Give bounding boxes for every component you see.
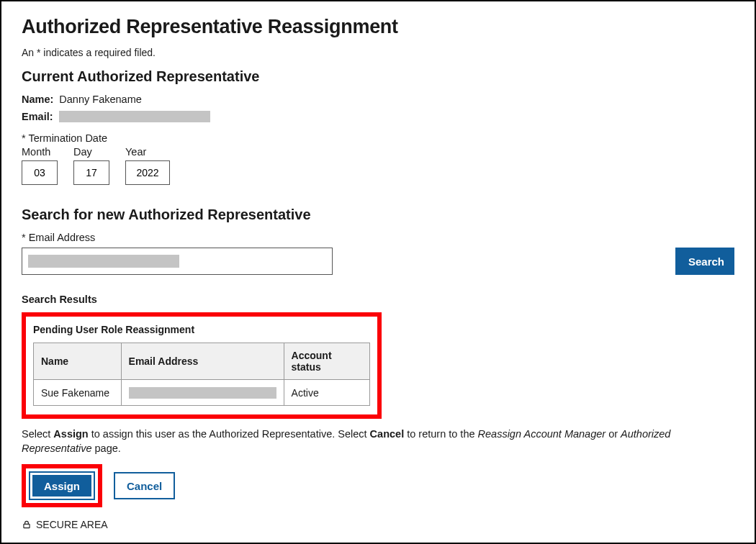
- assign-highlight: Assign: [22, 464, 102, 507]
- cell-status: Active: [284, 380, 369, 406]
- pending-panel-title: Pending User Role Reassignment: [33, 324, 370, 335]
- month-input[interactable]: [22, 160, 58, 185]
- col-status: Account status: [284, 343, 369, 380]
- cancel-button[interactable]: Cancel: [114, 472, 175, 499]
- secure-area-footer: SECURE AREA: [22, 519, 734, 530]
- current-email-row: Email:: [22, 111, 734, 122]
- month-header: Month: [22, 146, 58, 158]
- email-address-label: * Email Address: [22, 232, 734, 243]
- page-frame: Authorized Representative Reassignment A…: [0, 0, 756, 544]
- search-results-heading: Search Results: [22, 294, 734, 305]
- search-button[interactable]: Search: [675, 248, 734, 275]
- results-table: Name Email Address Account status Sue Fa…: [33, 343, 370, 406]
- cell-name: Sue Fakename: [34, 380, 122, 406]
- col-email: Email Address: [121, 343, 284, 380]
- termination-date-group: Month Day Year: [22, 146, 734, 185]
- svg-rect-0: [24, 525, 30, 528]
- instructions-text: Select Assign to assign this user as the…: [22, 427, 734, 455]
- name-value: Danny Fakename: [59, 94, 141, 105]
- email-redacted: [59, 111, 210, 122]
- day-header: Day: [73, 146, 109, 158]
- email-input-redacted: [28, 255, 179, 268]
- lock-icon: [22, 520, 32, 530]
- name-label: Name:: [22, 94, 53, 105]
- col-name: Name: [34, 343, 122, 380]
- secure-area-label: SECURE AREA: [36, 519, 108, 530]
- year-header: Year: [125, 146, 170, 158]
- cell-email: [121, 380, 284, 406]
- action-buttons: Assign Cancel: [22, 464, 734, 507]
- cell-email-redacted: [129, 387, 276, 399]
- assign-button[interactable]: Assign: [30, 473, 94, 499]
- current-name-row: Name: Danny Fakename: [22, 94, 734, 105]
- day-input[interactable]: [73, 160, 109, 185]
- email-address-input[interactable]: [22, 248, 333, 275]
- required-hint: An * indicates a required filed.: [22, 47, 734, 58]
- page-title: Authorized Representative Reassignment: [22, 16, 734, 38]
- pending-reassignment-panel: Pending User Role Reassignment Name Emai…: [22, 312, 382, 419]
- email-label: Email:: [22, 111, 53, 122]
- search-heading: Search for new Authorized Representative: [22, 207, 734, 223]
- table-row: Sue Fakename Active: [34, 380, 370, 406]
- year-input[interactable]: [125, 160, 170, 185]
- termination-date-label: * Termination Date: [22, 132, 734, 144]
- current-rep-heading: Current Authorized Representative: [22, 68, 734, 85]
